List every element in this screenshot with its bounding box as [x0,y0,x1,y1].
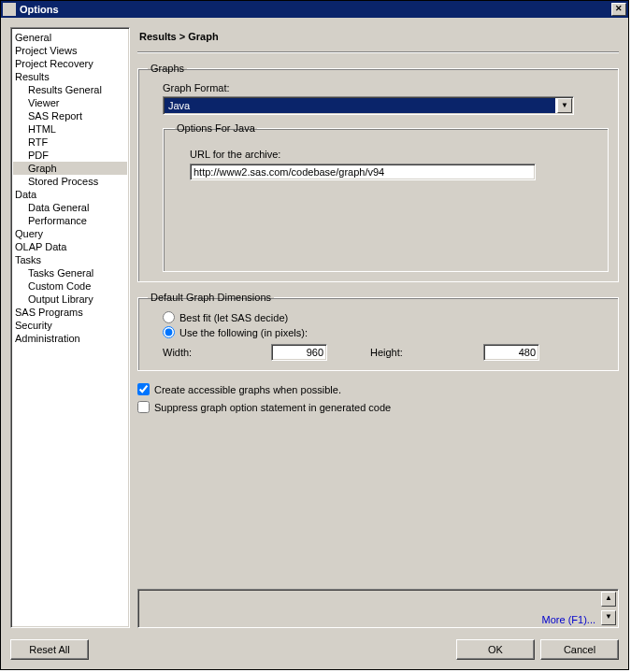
tree-item-html[interactable]: HTML [13,122,127,136]
width-label: Width: [163,347,200,358]
tree-item-output-library[interactable]: Output Library [13,293,127,306]
tree-item-results-general[interactable]: Results General [13,83,127,96]
best-fit-radio-row[interactable]: Best fit (let SAS decide) [163,311,609,323]
tree-item-project-recovery[interactable]: Project Recovery [13,57,127,70]
height-label: Height: [370,347,412,358]
tree-item-pdf[interactable]: PDF [13,149,127,162]
close-icon[interactable]: ✕ [611,3,626,16]
suppress-checkbox[interactable] [137,401,150,413]
graphs-legend: Graphs [148,63,187,74]
chevron-down-icon[interactable]: ▼ [557,98,572,113]
height-input[interactable] [483,344,539,361]
tree-item-custom-code[interactable]: Custom Code [13,279,127,293]
tree-item-sas-report[interactable]: SAS Report [13,109,127,122]
cancel-button[interactable]: Cancel [540,639,619,660]
options-for-java-legend: Options For Java [175,122,257,134]
tree-item-tasks[interactable]: Tasks [13,253,127,266]
tree-item-graph[interactable]: Graph [13,162,127,175]
accessible-label: Create accessible graphs when possible. [154,384,341,395]
scroll-up-icon[interactable]: ▲ [601,592,616,607]
titlebar: Options ✕ [1,1,628,18]
default-dimensions-group: Default Graph Dimensions Best fit (let S… [137,292,619,371]
accessible-checkbox[interactable] [137,383,150,395]
window-title: Options [20,4,611,15]
accessible-check-row[interactable]: Create accessible graphs when possible. [137,383,619,395]
options-for-java-group: Options For Java URL for the archive: [163,122,609,272]
reset-all-button[interactable]: Reset All [10,639,89,660]
use-following-radio-row[interactable]: Use the following (in pixels): [163,326,609,338]
divider [137,51,619,53]
best-fit-label: Best fit (let SAS decide) [179,312,288,323]
tree-item-query[interactable]: Query [13,227,127,240]
breadcrumb: Results > Graph [137,27,619,51]
tree-item-stored-process[interactable]: Stored Process [13,175,127,188]
button-row: Reset All OK Cancel [1,634,628,669]
main-panel: Results > Graph Graphs Graph Format: Jav… [137,27,619,628]
use-following-label: Use the following (in pixels): [179,327,308,338]
tree-item-performance[interactable]: Performance [13,214,127,227]
scroll-down-icon[interactable]: ▼ [601,610,616,625]
app-icon [3,3,16,16]
tree-item-olap-data[interactable]: OLAP Data [13,240,127,253]
content-area: GeneralProject ViewsProject RecoveryResu… [1,18,628,634]
tree-item-general[interactable]: General [13,31,127,44]
ok-button[interactable]: OK [456,639,535,660]
info-pane: ▲ ▼ More (F1)... [137,589,619,628]
tree-item-data-general[interactable]: Data General [13,201,127,214]
dimensions-row: Width: Height: [163,344,609,361]
tree-item-security[interactable]: Security [13,319,127,332]
width-input[interactable] [271,344,327,361]
use-following-radio[interactable] [163,326,175,338]
graphs-group: Graphs Graph Format: Java ▼ Options For … [137,63,619,282]
suppress-check-row[interactable]: Suppress graph option statement in gener… [137,401,619,413]
graph-format-value: Java [165,98,555,113]
tree-item-viewer[interactable]: Viewer [13,96,127,109]
suppress-label: Suppress graph option statement in gener… [154,402,391,413]
options-window: Options ✕ GeneralProject ViewsProject Re… [0,0,629,670]
tree-item-rtf[interactable]: RTF [13,136,127,149]
tree-item-results[interactable]: Results [13,70,127,83]
tree-item-sas-programs[interactable]: SAS Programs [13,306,127,319]
tree-item-data[interactable]: Data [13,188,127,201]
graph-format-dropdown[interactable]: Java ▼ [163,96,574,115]
nav-tree[interactable]: GeneralProject ViewsProject RecoveryResu… [10,27,130,628]
best-fit-radio[interactable] [163,311,175,323]
graph-format-label: Graph Format: [163,82,609,93]
more-link[interactable]: More (F1)... [542,614,595,625]
url-input[interactable] [190,164,536,180]
dimensions-legend: Default Graph Dimensions [148,292,274,303]
url-label: URL for the archive: [190,149,596,160]
tree-item-project-views[interactable]: Project Views [13,44,127,57]
tree-item-administration[interactable]: Administration [13,332,127,345]
tree-item-tasks-general[interactable]: Tasks General [13,266,127,279]
